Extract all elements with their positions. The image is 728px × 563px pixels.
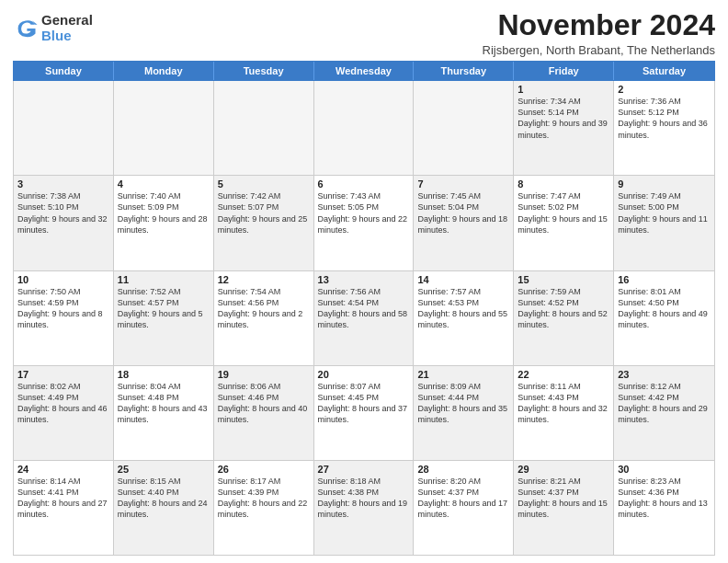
day-info: Sunrise: 7:47 AM Sunset: 5:02 PM Dayligh… <box>518 190 609 236</box>
calendar-cell: 20Sunrise: 8:07 AM Sunset: 4:45 PM Dayli… <box>314 366 415 460</box>
calendar-row-4: 24Sunrise: 8:14 AM Sunset: 4:41 PM Dayli… <box>14 461 714 555</box>
calendar-cell: 21Sunrise: 8:09 AM Sunset: 4:44 PM Dayli… <box>414 366 514 460</box>
calendar-row-3: 17Sunrise: 8:02 AM Sunset: 4:49 PM Dayli… <box>14 366 714 461</box>
calendar-cell: 10Sunrise: 7:50 AM Sunset: 4:59 PM Dayli… <box>14 271 114 365</box>
calendar-cell: 27Sunrise: 8:18 AM Sunset: 4:38 PM Dayli… <box>314 461 415 555</box>
day-number: 3 <box>17 178 109 190</box>
day-number: 14 <box>417 274 509 285</box>
day-info: Sunrise: 8:12 AM Sunset: 4:42 PM Dayligh… <box>618 381 711 426</box>
calendar-cell: 6Sunrise: 7:43 AM Sunset: 5:05 PM Daylig… <box>314 176 415 270</box>
header-day-thursday: Thursday <box>414 62 514 80</box>
day-number: 20 <box>318 369 410 380</box>
day-info: Sunrise: 8:15 AM Sunset: 4:40 PM Dayligh… <box>118 476 210 521</box>
day-number: 21 <box>417 369 509 380</box>
day-info: Sunrise: 7:34 AM Sunset: 5:14 PM Dayligh… <box>518 96 609 141</box>
day-info: Sunrise: 8:02 AM Sunset: 4:49 PM Dayligh… <box>17 381 109 426</box>
calendar-cell: 18Sunrise: 8:04 AM Sunset: 4:48 PM Dayli… <box>114 366 214 460</box>
calendar-cell: 22Sunrise: 8:11 AM Sunset: 4:43 PM Dayli… <box>514 366 614 460</box>
logo-blue: Blue <box>41 29 93 44</box>
day-info: Sunrise: 8:21 AM Sunset: 4:37 PM Dayligh… <box>518 476 609 521</box>
day-number: 2 <box>618 84 711 95</box>
day-info: Sunrise: 7:43 AM Sunset: 5:05 PM Dayligh… <box>318 190 410 236</box>
calendar-cell: 14Sunrise: 7:57 AM Sunset: 4:53 PM Dayli… <box>414 271 514 365</box>
day-number: 22 <box>518 369 609 380</box>
day-info: Sunrise: 7:54 AM Sunset: 4:56 PM Dayligh… <box>218 286 310 331</box>
day-number: 18 <box>118 369 210 380</box>
location: Rijsbergen, North Brabant, The Netherlan… <box>483 43 715 57</box>
day-info: Sunrise: 7:49 AM Sunset: 5:00 PM Dayligh… <box>618 190 711 236</box>
calendar-cell: 25Sunrise: 8:15 AM Sunset: 4:40 PM Dayli… <box>114 461 214 555</box>
calendar-cell: 13Sunrise: 7:56 AM Sunset: 4:54 PM Dayli… <box>314 271 415 365</box>
day-info: Sunrise: 7:36 AM Sunset: 5:12 PM Dayligh… <box>618 96 711 141</box>
day-number: 8 <box>518 178 609 190</box>
day-number: 16 <box>618 274 711 285</box>
day-number: 9 <box>618 178 711 190</box>
header-day-friday: Friday <box>514 62 614 80</box>
calendar-cell: 16Sunrise: 8:01 AM Sunset: 4:50 PM Dayli… <box>614 271 714 365</box>
day-number: 28 <box>417 464 509 475</box>
day-info: Sunrise: 8:23 AM Sunset: 4:36 PM Dayligh… <box>618 476 711 521</box>
calendar-cell: 11Sunrise: 7:52 AM Sunset: 4:57 PM Dayli… <box>114 271 214 365</box>
calendar-row-2: 10Sunrise: 7:50 AM Sunset: 4:59 PM Dayli… <box>14 271 714 366</box>
header-day-monday: Monday <box>114 62 214 80</box>
day-number: 24 <box>17 464 109 475</box>
day-number: 23 <box>618 369 711 380</box>
calendar-cell: 28Sunrise: 8:20 AM Sunset: 4:37 PM Dayli… <box>414 461 514 555</box>
header-day-sunday: Sunday <box>14 62 114 80</box>
day-info: Sunrise: 7:40 AM Sunset: 5:09 PM Dayligh… <box>118 190 210 236</box>
calendar-row-1: 3Sunrise: 7:38 AM Sunset: 5:10 PM Daylig… <box>14 176 714 270</box>
calendar-cell: 8Sunrise: 7:47 AM Sunset: 5:02 PM Daylig… <box>514 176 614 270</box>
day-number: 17 <box>17 369 109 380</box>
day-info: Sunrise: 8:09 AM Sunset: 4:44 PM Dayligh… <box>417 381 509 426</box>
day-info: Sunrise: 8:06 AM Sunset: 4:46 PM Dayligh… <box>218 381 310 426</box>
calendar-cell: 19Sunrise: 8:06 AM Sunset: 4:46 PM Dayli… <box>214 366 314 460</box>
day-number: 7 <box>417 178 509 190</box>
calendar-cell: 1Sunrise: 7:34 AM Sunset: 5:14 PM Daylig… <box>514 81 614 175</box>
day-number: 25 <box>118 464 210 475</box>
calendar-body: 1Sunrise: 7:34 AM Sunset: 5:14 PM Daylig… <box>13 81 715 556</box>
day-number: 26 <box>218 464 310 475</box>
logo: General Blue <box>13 13 93 43</box>
calendar-cell: 17Sunrise: 8:02 AM Sunset: 4:49 PM Dayli… <box>14 366 114 460</box>
day-info: Sunrise: 7:38 AM Sunset: 5:10 PM Dayligh… <box>17 190 109 236</box>
day-number: 29 <box>518 464 609 475</box>
day-info: Sunrise: 7:57 AM Sunset: 4:53 PM Dayligh… <box>417 286 509 331</box>
month-title: November 2024 <box>483 9 715 41</box>
day-info: Sunrise: 7:50 AM Sunset: 4:59 PM Dayligh… <box>17 286 109 331</box>
calendar-cell: 5Sunrise: 7:42 AM Sunset: 5:07 PM Daylig… <box>214 176 314 270</box>
page: General Blue November 2024 Rijsbergen, N… <box>0 0 728 563</box>
day-number: 1 <box>518 84 609 95</box>
day-number: 11 <box>118 274 210 285</box>
day-number: 6 <box>318 178 410 190</box>
calendar-header: SundayMondayTuesdayWednesdayThursdayFrid… <box>13 61 715 81</box>
calendar-cell: 30Sunrise: 8:23 AM Sunset: 4:36 PM Dayli… <box>614 461 714 555</box>
calendar: SundayMondayTuesdayWednesdayThursdayFrid… <box>13 61 715 556</box>
calendar-cell: 4Sunrise: 7:40 AM Sunset: 5:09 PM Daylig… <box>114 176 214 270</box>
calendar-cell: 7Sunrise: 7:45 AM Sunset: 5:04 PM Daylig… <box>414 176 514 270</box>
day-info: Sunrise: 7:56 AM Sunset: 4:54 PM Dayligh… <box>318 286 410 331</box>
day-info: Sunrise: 7:59 AM Sunset: 4:52 PM Dayligh… <box>518 286 609 331</box>
calendar-cell <box>14 81 114 175</box>
calendar-cell: 15Sunrise: 7:59 AM Sunset: 4:52 PM Dayli… <box>514 271 614 365</box>
day-info: Sunrise: 8:20 AM Sunset: 4:37 PM Dayligh… <box>417 476 509 521</box>
logo-icon <box>13 16 39 41</box>
day-number: 5 <box>218 178 310 190</box>
day-number: 12 <box>218 274 310 285</box>
calendar-cell: 3Sunrise: 7:38 AM Sunset: 5:10 PM Daylig… <box>14 176 114 270</box>
calendar-cell <box>414 81 514 175</box>
header-day-tuesday: Tuesday <box>214 62 314 80</box>
day-number: 4 <box>118 178 210 190</box>
day-info: Sunrise: 8:11 AM Sunset: 4:43 PM Dayligh… <box>518 381 609 426</box>
logo-general: General <box>41 13 93 29</box>
title-block: November 2024 Rijsbergen, North Brabant,… <box>483 9 715 57</box>
day-number: 15 <box>518 274 609 285</box>
day-number: 10 <box>17 274 109 285</box>
day-info: Sunrise: 8:18 AM Sunset: 4:38 PM Dayligh… <box>318 476 410 521</box>
header-day-wednesday: Wednesday <box>314 62 415 80</box>
day-info: Sunrise: 8:01 AM Sunset: 4:50 PM Dayligh… <box>618 286 711 331</box>
calendar-cell: 9Sunrise: 7:49 AM Sunset: 5:00 PM Daylig… <box>614 176 714 270</box>
calendar-cell: 24Sunrise: 8:14 AM Sunset: 4:41 PM Dayli… <box>14 461 114 555</box>
day-number: 30 <box>618 464 711 475</box>
day-number: 27 <box>318 464 410 475</box>
header-day-saturday: Saturday <box>614 62 714 80</box>
